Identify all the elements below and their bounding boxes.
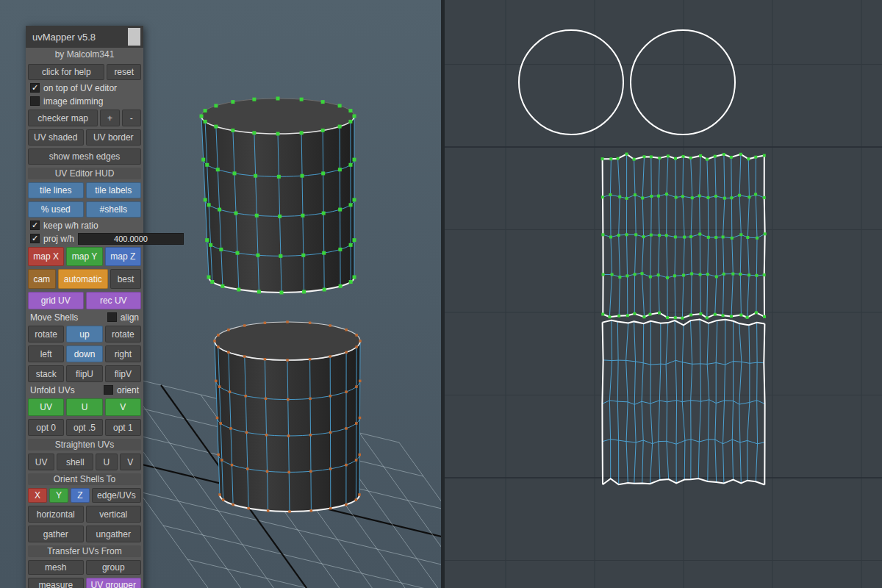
align-checkbox[interactable] [107, 312, 117, 322]
left-button[interactable]: left [28, 345, 64, 362]
axis-y-button[interactable]: Y [49, 488, 68, 503]
gather-button[interactable]: gather [28, 526, 84, 542]
opt-0-button[interactable]: opt 0 [28, 419, 64, 436]
unselected-cylinder-mesh[interactable] [213, 320, 362, 513]
uv-border-button[interactable]: UV border [86, 129, 142, 146]
uv-editor-canvas[interactable] [445, 0, 882, 588]
byline-label: by Malcolm341 [26, 48, 143, 61]
keep-ratio-label: keep w/h ratio [43, 220, 98, 231]
unfold-uv-button[interactable]: UV [28, 398, 64, 416]
checker-minus-button[interactable]: - [122, 110, 141, 126]
proj-width-field[interactable] [78, 233, 184, 245]
orient-label: orient [117, 385, 139, 395]
uvmapper-window: uvMapper v5.8 by Malcolm341 click for he… [26, 26, 143, 588]
rec-uv-button[interactable]: rec UV [86, 292, 142, 309]
uv-editor-hud-header: UV Editor HUD [28, 168, 141, 179]
uv-grouper-button[interactable]: UV grouper [86, 578, 142, 588]
orient-checkbox[interactable] [104, 385, 113, 395]
horizontal-button[interactable]: horizontal [28, 506, 84, 523]
uvmapper-titlebar[interactable]: uvMapper v5.8 [26, 26, 143, 48]
orient-shells-header: Orient Shells To [28, 473, 141, 485]
click-for-help-button[interactable]: click for help [28, 64, 104, 80]
up-button[interactable]: up [66, 326, 102, 343]
window-title: uvMapper v5.8 [32, 32, 128, 43]
maya-workspace: uvMapper v5.8 by Malcolm341 click for he… [0, 0, 882, 588]
title-swatch-button[interactable] [128, 28, 140, 46]
vertical-button[interactable]: vertical [86, 506, 142, 523]
on-top-label: on top of UV editor [43, 83, 117, 93]
straighten-shell-button[interactable]: shell [57, 453, 93, 470]
uv-editor-panel[interactable] [445, 0, 882, 588]
selected-cylinder-mesh[interactable] [200, 97, 356, 295]
checker-plus-button[interactable]: + [100, 110, 119, 126]
proj-wh-label: proj w/h [43, 234, 74, 244]
map-x-button[interactable]: map X [28, 247, 64, 266]
opt-1-button[interactable]: opt 1 [105, 419, 141, 436]
uv-editor-grid [445, 0, 882, 588]
cam-button[interactable]: cam [28, 269, 56, 289]
move-shells-label: Move Shells [30, 312, 78, 323]
straighten-uvs-header: Straighten UVs [28, 439, 141, 451]
unfold-v-button[interactable]: V [105, 398, 141, 416]
automatic-button[interactable]: automatic [58, 269, 109, 289]
grid-uv-button[interactable]: grid UV [28, 292, 84, 309]
edge-uvs-button[interactable]: edge/UVs [92, 488, 141, 503]
tile-lines-button[interactable]: tile lines [28, 182, 84, 198]
straighten-u-button[interactable]: U [96, 453, 117, 470]
uv-circle-shells[interactable] [519, 30, 735, 135]
unfold-u-button[interactable]: U [66, 398, 102, 416]
flip-u-button[interactable]: flipU [66, 365, 102, 382]
transfer-uvs-header: Transfer UVs From [28, 545, 141, 557]
rotate-right-button[interactable]: rotate [105, 326, 141, 343]
num-shells-button[interactable]: #shells [86, 201, 142, 218]
tile-labels-button[interactable]: tile labels [86, 182, 142, 198]
reset-button[interactable]: reset [107, 64, 141, 80]
best-button[interactable]: best [110, 269, 141, 289]
on-top-checkbox[interactable] [30, 83, 40, 93]
map-y-button[interactable]: map Y [66, 247, 102, 266]
image-dimming-checkbox[interactable] [30, 96, 40, 106]
uv-shaded-button[interactable]: UV shaded [28, 129, 84, 146]
axis-x-button[interactable]: X [28, 488, 47, 503]
map-z-button[interactable]: map Z [105, 247, 141, 266]
measure-button[interactable]: measure [28, 578, 84, 588]
straighten-v-button[interactable]: V [120, 453, 141, 470]
proj-wh-checkbox[interactable] [30, 234, 40, 243]
checker-map-button[interactable]: checker map [28, 110, 98, 126]
group-button[interactable]: group [86, 560, 142, 575]
flip-v-button[interactable]: flipV [105, 365, 141, 382]
percent-used-button[interactable]: % used [28, 201, 84, 218]
right-button[interactable]: right [105, 345, 141, 362]
keep-ratio-checkbox[interactable] [30, 220, 40, 230]
rotate-left-button[interactable]: rotate [28, 326, 64, 343]
image-dimming-label: image dimming [43, 96, 103, 107]
align-label: align [121, 312, 139, 323]
ungather-button[interactable]: ungather [86, 526, 142, 542]
opt-half-button[interactable]: opt .5 [66, 419, 102, 436]
straighten-uv-button[interactable]: UV [28, 453, 54, 470]
show-mesh-edges-button[interactable]: show mesh edges [28, 148, 141, 165]
stack-button[interactable]: stack [28, 365, 64, 382]
mesh-button[interactable]: mesh [28, 560, 84, 575]
unfold-uvs-label: Unfold UVs [30, 385, 75, 395]
down-button[interactable]: down [66, 345, 102, 362]
axis-z-button[interactable]: Z [71, 488, 90, 503]
